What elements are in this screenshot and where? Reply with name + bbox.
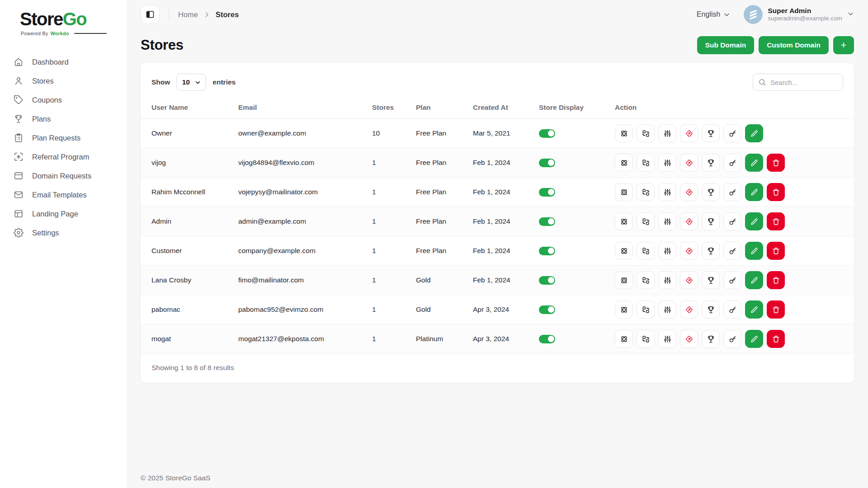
action-upgrade-plan-button[interactable] bbox=[680, 183, 698, 201]
store-display-toggle[interactable] bbox=[539, 159, 555, 167]
store-display-toggle[interactable] bbox=[539, 247, 555, 255]
action-upgrade-plan-button[interactable] bbox=[680, 271, 698, 289]
edit-button[interactable] bbox=[745, 300, 763, 319]
action-atom-button[interactable] bbox=[615, 271, 633, 289]
language-selector[interactable]: English bbox=[697, 10, 730, 19]
sidebar-item-landing-page[interactable]: Landing Page bbox=[0, 204, 127, 223]
edit-button[interactable] bbox=[745, 183, 763, 201]
action-atom-button[interactable] bbox=[615, 330, 633, 348]
action-sliders-button[interactable] bbox=[658, 330, 676, 348]
sidebar-collapse-button[interactable] bbox=[141, 5, 160, 24]
store-display-toggle[interactable] bbox=[539, 335, 555, 343]
action-swap-button[interactable] bbox=[637, 242, 655, 260]
action-sliders-button[interactable] bbox=[658, 183, 676, 201]
action-trophy-button[interactable] bbox=[702, 154, 720, 172]
action-key-button[interactable] bbox=[723, 124, 741, 142]
action-swap-button[interactable] bbox=[637, 271, 655, 289]
action-swap-button[interactable] bbox=[637, 154, 655, 172]
edit-button[interactable] bbox=[745, 124, 763, 142]
sidebar-item-plan-requests[interactable]: Plan Requests bbox=[0, 128, 127, 147]
action-upgrade-plan-button[interactable] bbox=[680, 330, 698, 348]
edit-button[interactable] bbox=[745, 271, 763, 289]
delete-button[interactable] bbox=[767, 330, 785, 348]
breadcrumb-home-link[interactable]: Home bbox=[178, 10, 198, 19]
action-trophy-button[interactable] bbox=[702, 183, 720, 201]
action-trophy-button[interactable] bbox=[702, 330, 720, 348]
trophy-icon bbox=[707, 217, 715, 226]
action-key-button[interactable] bbox=[723, 183, 741, 201]
page-size-select[interactable]: 10 bbox=[176, 74, 206, 91]
sidebar-item-email-templates[interactable]: Email Templates bbox=[0, 185, 127, 204]
action-upgrade-plan-button[interactable] bbox=[680, 212, 698, 230]
action-key-button[interactable] bbox=[723, 212, 741, 230]
delete-button[interactable] bbox=[767, 242, 785, 260]
action-atom-button[interactable] bbox=[615, 300, 633, 319]
delete-button[interactable] bbox=[767, 212, 785, 230]
store-display-toggle[interactable] bbox=[539, 217, 555, 226]
action-swap-button[interactable] bbox=[637, 300, 655, 319]
layout-icon bbox=[14, 209, 24, 219]
sidebar-item-plans[interactable]: Plans bbox=[0, 109, 127, 128]
action-sliders-button[interactable] bbox=[658, 212, 676, 230]
action-sliders-button[interactable] bbox=[658, 242, 676, 260]
edit-button[interactable] bbox=[745, 212, 763, 230]
action-atom-button[interactable] bbox=[615, 212, 633, 230]
cell-created-at: Apr 3, 2024 bbox=[469, 324, 535, 354]
action-atom-button[interactable] bbox=[615, 242, 633, 260]
action-swap-button[interactable] bbox=[637, 183, 655, 201]
action-sliders-button[interactable] bbox=[658, 124, 676, 142]
sidebar-item-coupons[interactable]: Coupons bbox=[0, 90, 127, 109]
action-atom-button[interactable] bbox=[615, 183, 633, 201]
action-sliders-button[interactable] bbox=[658, 300, 676, 319]
store-display-toggle[interactable] bbox=[539, 276, 555, 285]
edit-button[interactable] bbox=[745, 242, 763, 260]
sidebar-item-stores[interactable]: Stores bbox=[0, 71, 127, 90]
action-trophy-button[interactable] bbox=[702, 300, 720, 319]
sidebar-item-label: Landing Page bbox=[32, 210, 78, 218]
edit-button[interactable] bbox=[745, 154, 763, 172]
delete-button[interactable] bbox=[767, 271, 785, 289]
action-upgrade-plan-button[interactable] bbox=[680, 242, 698, 260]
store-display-toggle[interactable] bbox=[539, 305, 555, 314]
sidebar-item-settings[interactable]: Settings bbox=[0, 223, 127, 242]
action-key-button[interactable] bbox=[723, 330, 741, 348]
action-atom-button[interactable] bbox=[615, 124, 633, 142]
action-trophy-button[interactable] bbox=[702, 124, 720, 142]
action-trophy-button[interactable] bbox=[702, 242, 720, 260]
action-key-button[interactable] bbox=[723, 154, 741, 172]
action-key-button[interactable] bbox=[723, 242, 741, 260]
delete-button[interactable] bbox=[767, 183, 785, 201]
action-trophy-button[interactable] bbox=[702, 212, 720, 230]
cell-actions bbox=[611, 148, 854, 178]
atom-icon bbox=[620, 305, 628, 314]
sidebar-item-referral-program[interactable]: Referral Program bbox=[0, 147, 127, 166]
custom-domain-button[interactable]: Custom Domain bbox=[759, 36, 829, 54]
store-display-toggle[interactable] bbox=[539, 129, 555, 138]
action-swap-button[interactable] bbox=[637, 212, 655, 230]
user-menu[interactable]: Super Admin superadmin@example.com bbox=[744, 5, 854, 24]
action-upgrade-plan-button[interactable] bbox=[680, 154, 698, 172]
action-key-button[interactable] bbox=[723, 300, 741, 319]
store-display-toggle[interactable] bbox=[539, 188, 555, 197]
delete-button[interactable] bbox=[767, 300, 785, 319]
action-sliders-button[interactable] bbox=[658, 154, 676, 172]
sidebar-item-domain-requests[interactable]: Domain Requests bbox=[0, 166, 127, 185]
sub-domain-button[interactable]: Sub Domain bbox=[697, 36, 754, 54]
sidebar-item-label: Referral Program bbox=[32, 153, 90, 161]
delete-button[interactable] bbox=[767, 154, 785, 172]
action-upgrade-plan-button[interactable] bbox=[680, 124, 698, 142]
action-key-button[interactable] bbox=[723, 271, 741, 289]
action-upgrade-plan-button[interactable] bbox=[680, 300, 698, 319]
action-sliders-button[interactable] bbox=[658, 271, 676, 289]
action-atom-button[interactable] bbox=[615, 154, 633, 172]
add-store-button[interactable]: + bbox=[833, 36, 854, 54]
search-input[interactable] bbox=[753, 74, 843, 91]
sidebar-item-dashboard[interactable]: Dashboard bbox=[0, 52, 127, 71]
action-swap-button[interactable] bbox=[637, 124, 655, 142]
show-label: Show bbox=[151, 78, 170, 86]
brand-logo[interactable]: StoreGo Powered By Workdo bbox=[0, 0, 127, 41]
edit-button[interactable] bbox=[745, 330, 763, 348]
edit-icon bbox=[750, 247, 759, 255]
action-trophy-button[interactable] bbox=[702, 271, 720, 289]
action-swap-button[interactable] bbox=[637, 330, 655, 348]
